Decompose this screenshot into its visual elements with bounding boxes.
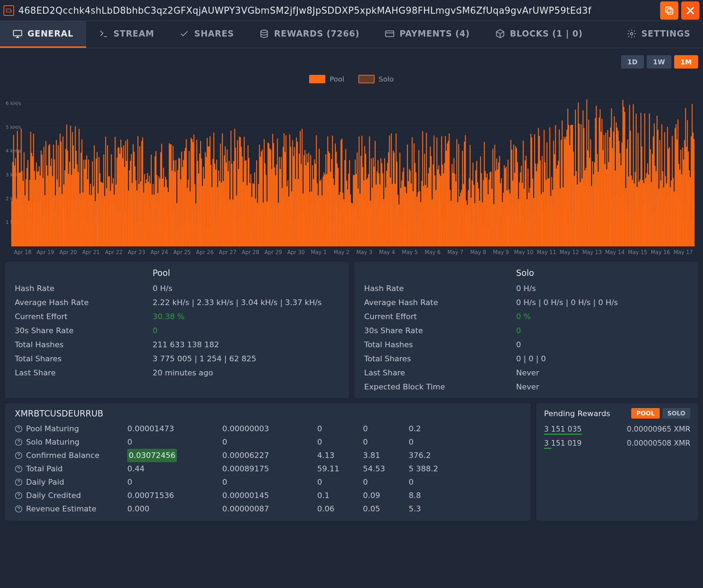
balance-row: Daily Credited0.000715360.000001450.10.0… — [15, 489, 521, 502]
pool-title: Pool — [5, 265, 349, 282]
balance-label[interactable]: Confirmed Balance — [15, 449, 127, 462]
svg-text:May 14: May 14 — [605, 249, 625, 256]
tab-blocks-label: BLOCKS (1 | 0) — [510, 29, 583, 39]
hashrate-chart[interactable]: 1 kH/s2 kH/s3 kH/s4 kH/s5 kH/s6 kH/sApr … — [5, 92, 698, 257]
monitor-icon — [13, 29, 23, 39]
check-icon — [179, 29, 189, 39]
stats-row: Total Hashes0 — [354, 338, 698, 352]
stats-row: Current Effort30.38 % — [5, 310, 349, 324]
svg-rect-4 — [385, 31, 394, 37]
tab-general-label: GENERAL — [27, 29, 74, 39]
balance-row: Daily Paid00000 — [15, 476, 521, 489]
stats-row: Expected Block TimeNever — [354, 380, 698, 394]
svg-text:6 kH/s: 6 kH/s — [6, 101, 21, 106]
svg-rect-2 — [13, 31, 21, 36]
pool-swatch — [309, 75, 325, 83]
address-field[interactable]: 468ED2Qcchk4shLbD8bhbC3qz2GFXqjAUWPY3VGb… — [17, 3, 657, 18]
svg-text:Apr 21: Apr 21 — [82, 249, 100, 256]
tab-stream[interactable]: STREAM — [86, 21, 167, 48]
help-icon[interactable] — [15, 505, 23, 513]
svg-text:May 6: May 6 — [425, 249, 441, 256]
svg-text:5 kH/s: 5 kH/s — [6, 124, 21, 130]
balance-label[interactable]: Pool Maturing — [15, 422, 127, 435]
svg-text:May 10: May 10 — [514, 249, 533, 256]
svg-text:May 16: May 16 — [651, 249, 670, 256]
tab-rewards[interactable]: REWARDS (7266) — [247, 21, 372, 48]
tab-payments[interactable]: PAYMENTS (4) — [372, 21, 482, 48]
svg-text:May 5: May 5 — [402, 249, 418, 256]
tab-general[interactable]: GENERAL — [0, 21, 86, 48]
svg-text:May 12: May 12 — [560, 249, 579, 256]
balance-label[interactable]: Revenue Estimate — [15, 502, 127, 516]
balance-label[interactable]: Daily Paid — [15, 476, 127, 489]
pending-tab-pool[interactable]: POOL — [631, 408, 659, 419]
balances-header: XMR BTC USD EUR RUB — [15, 407, 521, 422]
svg-text:May 11: May 11 — [537, 249, 556, 256]
solo-stats-panel: Solo Hash Rate0 H/sAverage Hash Rate0 H/… — [354, 262, 698, 398]
pending-row[interactable]: 3 151 0190.00000508 XMR — [544, 436, 690, 450]
svg-text:Apr 23: Apr 23 — [128, 249, 145, 256]
tab-strip: GENERAL STREAM SHARES REWARDS (7266) PAY… — [0, 21, 703, 48]
help-icon[interactable] — [15, 438, 23, 446]
chart-section: 1D 1W 1M Pool Solo 1 kH/s2 kH/s3 kH/s4 k… — [0, 48, 703, 257]
svg-rect-1 — [666, 7, 671, 12]
range-1w-button[interactable]: 1W — [647, 55, 671, 69]
legend-pool[interactable]: Pool — [309, 75, 344, 83]
stats-row: 30s Share Rate0 — [354, 324, 698, 338]
gear-icon — [627, 29, 637, 39]
balance-label[interactable]: Daily Credited — [15, 489, 127, 502]
legend-solo[interactable]: Solo — [358, 75, 394, 83]
help-icon[interactable] — [15, 465, 23, 473]
hdr-usd: USD — [50, 409, 68, 419]
solo-title: Solo — [354, 265, 698, 282]
pending-title: Pending Rewards — [544, 409, 610, 418]
tab-blocks[interactable]: BLOCKS (1 | 0) — [482, 21, 595, 48]
svg-text:Apr 26: Apr 26 — [196, 249, 214, 256]
help-icon[interactable] — [15, 478, 23, 486]
tab-stream-label: STREAM — [114, 29, 154, 39]
balance-row: Pool Maturing0.000014730.00000003000.2 — [15, 422, 521, 435]
help-icon[interactable] — [15, 452, 23, 459]
help-icon[interactable] — [15, 492, 23, 499]
svg-rect-0 — [667, 9, 673, 14]
svg-text:May 9: May 9 — [493, 249, 509, 256]
cube-icon — [495, 29, 505, 39]
stats-row: 30s Share Rate0 — [5, 324, 349, 338]
chart-legend: Pool Solo — [5, 75, 698, 83]
balance-row: Revenue Estimate0.0000.000000870.060.055… — [15, 502, 521, 516]
pending-tab-solo[interactable]: SOLO — [663, 408, 690, 419]
svg-text:May 15: May 15 — [628, 249, 647, 256]
svg-text:May 3: May 3 — [356, 249, 372, 256]
balance-row: Confirmed Balance0.030724560.000062274.1… — [15, 449, 521, 462]
hdr-rub: RUB — [85, 409, 103, 419]
svg-text:May 7: May 7 — [447, 249, 463, 256]
solo-swatch — [358, 75, 375, 83]
pending-row[interactable]: 3 151 0350.00000965 XMR — [544, 422, 690, 436]
svg-point-3 — [261, 30, 268, 33]
stats-row: Pool Hash Rate0 H/sAverage Hash Rate2.22… — [0, 257, 703, 403]
balance-label[interactable]: Total Paid — [15, 462, 127, 476]
range-1d-button[interactable]: 1D — [621, 55, 644, 69]
svg-text:Apr 24: Apr 24 — [151, 249, 168, 256]
hdr-eur: EUR — [68, 409, 85, 419]
balance-label[interactable]: Solo Maturing — [15, 435, 127, 449]
stats-row: Last Share20 minutes ago — [5, 366, 349, 380]
stats-row: Total Shares3 775 005 | 1 254 | 62 825 — [5, 352, 349, 366]
wallet-icon — [4, 5, 14, 16]
help-icon[interactable] — [15, 425, 23, 433]
range-buttons: 1D 1W 1M — [5, 55, 698, 69]
tab-payments-label: PAYMENTS (4) — [400, 29, 470, 39]
svg-text:Apr 30: Apr 30 — [287, 249, 305, 256]
balance-row: Solo Maturing00000 — [15, 435, 521, 449]
svg-text:Apr 18: Apr 18 — [14, 249, 31, 256]
svg-text:May 1: May 1 — [311, 249, 327, 256]
tab-shares[interactable]: SHARES — [167, 21, 247, 48]
copy-address-button[interactable] — [660, 1, 678, 20]
tab-settings[interactable]: SETTINGS — [614, 21, 703, 48]
card-icon — [385, 29, 395, 39]
svg-text:May 13: May 13 — [582, 249, 602, 256]
range-1m-button[interactable]: 1M — [674, 55, 698, 69]
close-button[interactable] — [681, 1, 699, 20]
pending-rewards-panel: Pending Rewards POOL SOLO 3 151 0350.000… — [536, 403, 698, 521]
stats-row: Hash Rate0 H/s — [354, 282, 698, 296]
